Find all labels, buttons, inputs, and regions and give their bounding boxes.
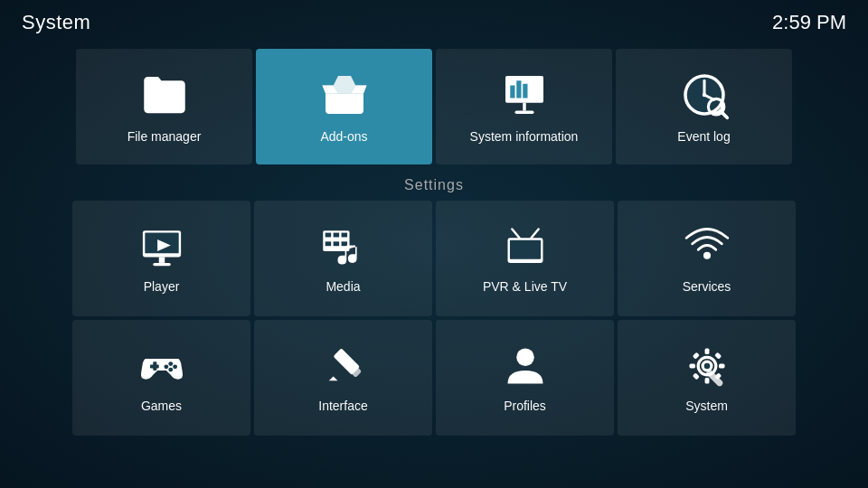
tile-interface[interactable]: Interface [254, 320, 432, 436]
svg-rect-4 [516, 80, 521, 98]
svg-line-34 [512, 230, 519, 239]
settings-grid: Player [0, 201, 868, 436]
tile-media-label: Media [326, 279, 360, 294]
tile-services-label: Services [683, 279, 731, 294]
settings-section: Settings Player [0, 177, 868, 436]
tile-media[interactable]: Media [254, 201, 432, 316]
svg-rect-22 [158, 257, 165, 263]
tile-file-manager[interactable]: File manager [76, 49, 252, 164]
services-icon [684, 223, 731, 270]
tile-event-log-label: Event log [677, 129, 730, 144]
svg-rect-1 [523, 103, 526, 111]
settings-row-2: Games Interface [72, 320, 796, 436]
tile-add-ons-label: Add-ons [320, 129, 367, 144]
app-title: System [22, 11, 90, 34]
tile-system-information-label: System information [470, 129, 579, 144]
svg-rect-29 [325, 241, 331, 246]
svg-rect-26 [325, 233, 331, 238]
tile-file-manager-label: File manager [127, 129, 202, 144]
interface-icon [320, 343, 367, 389]
svg-rect-49 [704, 349, 709, 355]
svg-rect-2 [514, 111, 533, 115]
svg-rect-3 [510, 86, 514, 99]
event-log-icon [679, 70, 730, 120]
svg-rect-53 [692, 352, 699, 360]
tile-profiles[interactable]: Profiles [436, 320, 614, 436]
svg-rect-50 [704, 378, 709, 384]
addons-icon [319, 70, 370, 120]
tile-games[interactable]: Games [72, 320, 250, 436]
tile-pvr-live-tv-label: PVR & Live TV [483, 279, 567, 294]
media-icon [320, 223, 367, 270]
svg-rect-30 [333, 241, 339, 246]
svg-rect-27 [333, 233, 339, 238]
svg-point-39 [168, 361, 173, 366]
profiles-icon [502, 343, 549, 389]
tile-player[interactable]: Player [72, 201, 250, 316]
clock: 2:59 PM [772, 11, 846, 34]
svg-rect-54 [714, 352, 722, 360]
tile-event-log[interactable]: Event log [616, 49, 792, 164]
tile-games-label: Games [141, 399, 182, 413]
svg-point-48 [703, 363, 710, 370]
svg-rect-5 [523, 84, 527, 99]
system-icon [684, 343, 731, 389]
svg-rect-51 [689, 364, 695, 369]
tile-system[interactable]: System [618, 320, 796, 436]
svg-point-17 [702, 93, 705, 97]
tile-add-ons[interactable]: Add-ons [256, 49, 432, 164]
settings-label: Settings [0, 177, 868, 193]
tile-interface-label: Interface [318, 399, 367, 413]
svg-rect-28 [341, 233, 347, 238]
tile-services[interactable]: Services [618, 201, 796, 316]
svg-marker-44 [328, 376, 337, 380]
tile-system-label: System [685, 399, 728, 413]
svg-line-19 [722, 112, 727, 117]
svg-point-40 [173, 364, 177, 369]
svg-point-41 [168, 368, 173, 372]
pvr-icon [502, 223, 549, 270]
tile-player-label: Player [144, 279, 180, 294]
player-icon [138, 223, 185, 270]
top-row: File manager Add-ons [0, 49, 868, 164]
svg-point-46 [516, 349, 534, 367]
svg-rect-33 [509, 240, 540, 259]
svg-line-35 [531, 230, 538, 239]
tile-profiles-label: Profiles [504, 399, 546, 413]
svg-rect-31 [341, 241, 347, 246]
tile-pvr-live-tv[interactable]: PVR & Live TV [436, 201, 614, 316]
settings-row-1: Player [72, 201, 796, 316]
svg-rect-23 [153, 263, 171, 266]
svg-rect-38 [153, 361, 156, 371]
system-info-icon [499, 70, 550, 120]
svg-point-36 [703, 252, 710, 259]
folder-icon [139, 70, 190, 120]
svg-rect-55 [692, 372, 699, 380]
svg-point-42 [164, 364, 168, 369]
svg-rect-52 [719, 364, 725, 369]
header: System 2:59 PM [0, 0, 868, 45]
games-icon [138, 343, 185, 389]
tile-system-information[interactable]: System information [436, 49, 612, 164]
